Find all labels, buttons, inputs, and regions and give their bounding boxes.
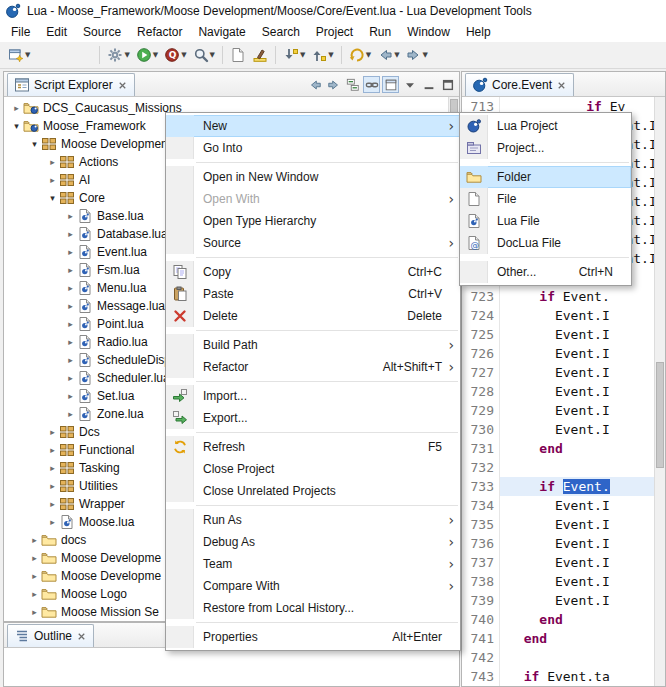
tab-outline[interactable]: Outline <box>7 624 94 647</box>
menubar-item-refactor[interactable]: Refactor <box>129 22 190 42</box>
expand-arrow-icon[interactable]: ▸ <box>64 355 77 365</box>
expand-arrow-icon[interactable]: ▸ <box>46 175 59 185</box>
annotation-ruler[interactable] <box>462 496 470 515</box>
next-annotation-button[interactable]: ▼ <box>281 44 307 66</box>
annotation-ruler[interactable] <box>462 610 470 629</box>
line-number[interactable]: 732 <box>470 458 500 477</box>
line-number[interactable]: 726 <box>470 344 500 363</box>
expand-arrow-icon[interactable]: ▸ <box>10 103 23 113</box>
close-icon[interactable] <box>556 80 567 91</box>
search-button[interactable]: ▼ <box>191 44 217 66</box>
forward-button[interactable] <box>325 76 342 93</box>
annotation-ruler[interactable] <box>462 344 470 363</box>
external-tools-button[interactable]: ▼ <box>105 44 131 66</box>
annotation-ruler[interactable] <box>462 648 470 667</box>
menubar-item-search[interactable]: Search <box>254 22 308 42</box>
dropdown-arrow-icon[interactable]: ▼ <box>300 51 305 59</box>
menubar-item-run[interactable]: Run <box>361 22 399 42</box>
line-number[interactable]: 729 <box>470 401 500 420</box>
annotation-ruler[interactable] <box>462 534 470 553</box>
expand-arrow-icon[interactable]: ▸ <box>28 535 41 545</box>
context-menu-item-close-unrelated-projects[interactable]: Close Unrelated Projects <box>166 480 460 502</box>
back-button[interactable]: ▼ <box>375 44 401 66</box>
code-text[interactable] <box>500 458 665 477</box>
line-number[interactable]: 743 <box>470 667 500 686</box>
context-menu-item-run-as[interactable]: Run As› <box>166 509 460 531</box>
line-number[interactable]: 739 <box>470 591 500 610</box>
line-number[interactable]: 742 <box>470 648 500 667</box>
expand-arrow-icon[interactable]: ▸ <box>46 427 59 437</box>
code-text[interactable]: if Event.ta <box>500 667 665 686</box>
code-text[interactable]: Event.I <box>500 534 665 553</box>
expand-arrow-icon[interactable]: ▸ <box>28 571 41 581</box>
context-menu-item-compare-with[interactable]: Compare With› <box>166 575 460 597</box>
annotation-ruler[interactable] <box>462 629 470 648</box>
new-submenu-item-project[interactable]: Project... <box>460 137 631 159</box>
line-number[interactable]: 728 <box>470 382 500 401</box>
context-menu-item-import[interactable]: Import... <box>166 385 460 407</box>
code-text[interactable]: if Event. <box>500 287 665 306</box>
menubar-item-window[interactable]: Window <box>399 22 458 42</box>
dropdown-arrow-icon[interactable]: ▼ <box>124 51 129 59</box>
code-text[interactable]: Event.I <box>500 401 665 420</box>
line-number[interactable]: 740 <box>470 610 500 629</box>
annotation-ruler[interactable] <box>462 306 470 325</box>
line-number[interactable]: 736 <box>470 534 500 553</box>
line-number[interactable]: 723 <box>470 287 500 306</box>
menubar-item-source[interactable]: Source <box>75 22 129 42</box>
annotation-ruler[interactable] <box>462 591 470 610</box>
collapse-all-button[interactable] <box>344 76 361 93</box>
new-submenu-item-lua-file[interactable]: Lua File <box>460 210 631 232</box>
link-with-editor-button[interactable] <box>363 76 380 93</box>
collapse-arrow-icon[interactable]: ▾ <box>10 121 23 131</box>
collapse-arrow-icon[interactable]: ▾ <box>46 193 59 203</box>
tab-script-explorer[interactable]: Script Explorer <box>7 73 135 96</box>
expand-arrow-icon[interactable]: ▸ <box>46 463 59 473</box>
collapse-arrow-icon[interactable]: ▾ <box>28 139 41 149</box>
context-menu-item-refactor[interactable]: RefactorAlt+Shift+T› <box>166 356 460 378</box>
forward-button[interactable]: ▼ <box>404 44 430 66</box>
new-wizard-button[interactable]: ▼ <box>6 44 32 66</box>
code-text[interactable]: end <box>500 610 665 629</box>
code-text[interactable]: end <box>500 439 665 458</box>
close-icon[interactable] <box>117 80 128 91</box>
new-submenu-item-lua-project[interactable]: Lua Project <box>460 115 631 137</box>
annotation-ruler[interactable] <box>462 439 470 458</box>
menubar-item-file[interactable]: File <box>3 22 38 42</box>
minimize-button[interactable] <box>420 76 437 93</box>
run-button[interactable]: ▼ <box>134 44 160 66</box>
code-text[interactable]: Event.I <box>500 363 665 382</box>
editor-scrollbar-thumb[interactable] <box>656 362 664 468</box>
context-menu-item-open-with[interactable]: Open With› <box>166 188 460 210</box>
dropdown-arrow-icon[interactable]: ▼ <box>153 51 158 59</box>
dropdown-arrow-icon[interactable]: ▼ <box>366 51 371 59</box>
expand-arrow-icon[interactable]: ▸ <box>64 265 77 275</box>
line-number[interactable]: 738 <box>470 572 500 591</box>
dropdown-arrow-icon[interactable]: ▼ <box>328 51 333 59</box>
expand-arrow-icon[interactable]: ▸ <box>28 607 41 617</box>
context-menu-item-export[interactable]: Export... <box>166 407 460 429</box>
context-menu-item-debug-as[interactable]: Debug As› <box>166 531 460 553</box>
view-menu-button[interactable] <box>401 76 418 93</box>
menubar-item-navigate[interactable]: Navigate <box>190 22 253 42</box>
context-menu-item-properties[interactable]: PropertiesAlt+Enter <box>166 626 460 648</box>
context-menu-item-new[interactable]: New› <box>166 115 460 137</box>
context-menu-item-go-into[interactable]: Go Into <box>166 137 460 159</box>
line-number[interactable]: 733 <box>470 477 500 496</box>
expand-arrow-icon[interactable]: ▸ <box>64 391 77 401</box>
context-menu-item-team[interactable]: Team› <box>166 553 460 575</box>
line-number[interactable]: 727 <box>470 363 500 382</box>
expand-arrow-icon[interactable]: ▸ <box>28 553 41 563</box>
expand-arrow-icon[interactable]: ▸ <box>64 301 77 311</box>
focus-view-button[interactable] <box>382 76 399 93</box>
line-number[interactable]: 724 <box>470 306 500 325</box>
line-number[interactable]: 741 <box>470 629 500 648</box>
line-number[interactable]: 735 <box>470 515 500 534</box>
code-text[interactable]: Event.I <box>500 344 665 363</box>
menubar-item-help[interactable]: Help <box>458 22 499 42</box>
annotation-ruler[interactable] <box>462 515 470 534</box>
code-text[interactable]: Event.I <box>500 496 665 515</box>
annotation-ruler[interactable] <box>462 667 470 686</box>
dropdown-arrow-icon[interactable]: ▼ <box>210 51 215 59</box>
new-submenu-item-folder[interactable]: Folder <box>460 166 631 188</box>
